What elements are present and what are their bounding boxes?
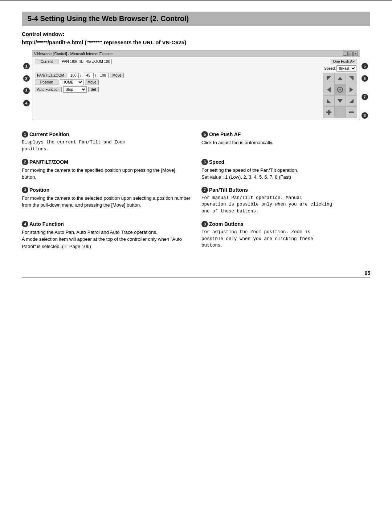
desc-5-title: One Push AF xyxy=(209,131,241,137)
url-label: http://*****/pantilt-e.html ("*****" rep… xyxy=(22,39,370,45)
zoom-empty-cell xyxy=(335,107,346,118)
pt-downright-button[interactable] xyxy=(346,96,357,106)
section-title: 5-4 Setting Using the Web Browser (2. Co… xyxy=(28,15,364,23)
svg-marker-7 xyxy=(327,99,331,103)
desc-4-title: Auto Function xyxy=(29,221,64,227)
svg-marker-3 xyxy=(327,87,331,92)
pt-upright-button[interactable] xyxy=(346,73,357,84)
current-value: PAN 180/ TILT 45/ ZOOM 100 xyxy=(60,59,112,64)
browser-title-text: V.Networks [Control] - Microsoft Interne… xyxy=(34,52,113,56)
label-7: 7 xyxy=(360,85,370,109)
svg-rect-12 xyxy=(349,111,354,113)
position-row: Position HOME Move xyxy=(35,79,321,85)
desc-5-body: Click to adjust focus automatically. xyxy=(201,139,370,146)
position-button[interactable]: Position xyxy=(35,80,58,85)
label-8: 8 xyxy=(360,110,370,121)
desc-8-title: Zoom Buttons xyxy=(209,221,244,227)
position-select[interactable]: HOME xyxy=(60,79,83,85)
zoom-wide-button[interactable] xyxy=(346,107,357,118)
svg-marker-6 xyxy=(350,87,353,92)
desc-3-body: For moving the camera to the selected po… xyxy=(22,195,191,209)
desc-6-body: For setting the speed of the Pan/Tilt op… xyxy=(201,167,370,181)
desc-8-body: For adjusting the Zoom position. Zoom is… xyxy=(201,229,370,249)
pt-down-button[interactable] xyxy=(335,96,346,106)
label-6: 6 xyxy=(360,73,370,84)
section-header: 5-4 Setting Using the Web Browser (2. Co… xyxy=(22,12,370,26)
desc-2-body: For moving the camera to the specified p… xyxy=(22,167,191,181)
desc-2-title: PAN/TILT/ZOOM xyxy=(29,159,68,165)
speed-select[interactable]: 8(Fast) 1(Low) 2 3 4 5 6 7 xyxy=(336,65,356,72)
speed-label: Speed: xyxy=(324,66,336,70)
desc-speed: 6 Speed For setting the speed of the Pan… xyxy=(201,159,370,181)
desc-1-title: Current Position xyxy=(29,131,69,137)
pt-upleft-button[interactable] xyxy=(323,73,334,84)
pantilt-zoom-grid xyxy=(323,73,357,118)
pantiltzoom-move-button[interactable]: Move xyxy=(110,73,124,78)
svg-rect-11 xyxy=(328,110,330,115)
speed-row: Speed: 8(Fast) 1(Low) 2 3 4 5 6 7 xyxy=(35,65,357,72)
browser-content: Current PAN 180/ TILT 45/ ZOOM 100 One P… xyxy=(32,57,360,120)
svg-point-5 xyxy=(339,89,341,90)
svg-marker-2 xyxy=(349,76,354,81)
pt-downleft-button[interactable] xyxy=(323,96,334,106)
pt-up-button[interactable] xyxy=(335,73,346,84)
autofunction-row: Auto Function Stop Set xyxy=(35,86,321,93)
page-number: 95 xyxy=(364,270,370,276)
pantiltzoom-row: PAN/TILT/ZOOM / / Move xyxy=(35,73,321,78)
svg-marker-9 xyxy=(349,99,354,103)
desc-autofunction: 4 Auto Function For starting the Auto Pa… xyxy=(22,221,191,250)
current-row: Current PAN 180/ TILT 45/ ZOOM 100 One P… xyxy=(35,59,357,64)
restore-button[interactable]: □ xyxy=(348,52,353,56)
close-button[interactable]: ✕ xyxy=(353,52,358,56)
autofunction-select[interactable]: Stop xyxy=(63,86,87,93)
descriptions-section: 1 Current Position Displays the current … xyxy=(22,131,370,256)
desc-position: 3 Position For moving the camera to the … xyxy=(22,187,191,215)
zoom-tele-button[interactable] xyxy=(323,107,334,118)
browser-window-buttons[interactable]: _ □ ✕ xyxy=(343,52,358,56)
position-move-button[interactable]: Move xyxy=(85,80,99,85)
desc-pantilt-buttons: 7 Pan/Tilt Buttons For manual Pan/Tilt o… xyxy=(201,187,370,215)
svg-marker-0 xyxy=(327,76,331,81)
desc-4-body: For starting the Auto Pan, Auto Patrol a… xyxy=(22,229,191,250)
browser-window: V.Networks [Control] - Microsoft Interne… xyxy=(32,50,360,120)
browser-titlebar: V.Networks [Control] - Microsoft Interne… xyxy=(32,51,360,57)
desc-pantiltzoom: 2 PAN/TILT/ZOOM For moving the camera to… xyxy=(22,159,191,181)
tilt-input[interactable] xyxy=(83,73,94,78)
desc-6-title: Speed xyxy=(209,159,224,165)
label-5: 5 xyxy=(360,61,370,72)
desc-7-body: For manual Pan/Tilt operation. Manualope… xyxy=(201,195,370,215)
desc-7-title: Pan/Tilt Buttons xyxy=(209,187,248,193)
desc-3-title: Position xyxy=(29,187,49,193)
autofunction-button[interactable]: Auto Function xyxy=(35,87,62,92)
label-2: 2 xyxy=(22,73,32,84)
control-window-label: Control window: xyxy=(22,31,370,37)
desc-one-push-af: 5 One Push AF Click to adjust focus auto… xyxy=(201,131,370,153)
svg-marker-1 xyxy=(338,77,343,80)
desc-current-position: 1 Current Position Displays the current … xyxy=(22,131,191,153)
pt-left-button[interactable] xyxy=(323,84,334,95)
bottom-area: 95 xyxy=(22,270,370,278)
desc-1-body: Displays the current Pan/Tilt and Zoompo… xyxy=(22,139,191,153)
desc-zoom-buttons: 8 Zoom Buttons For adjusting the Zoom po… xyxy=(201,221,370,250)
pt-right-button[interactable] xyxy=(346,84,357,95)
label-1: 1 xyxy=(22,61,32,72)
minimize-button[interactable]: _ xyxy=(343,52,348,56)
one-push-af-button[interactable]: One Push AF xyxy=(331,59,357,64)
zoom-input[interactable] xyxy=(98,73,109,78)
pt-center-button[interactable] xyxy=(335,84,346,95)
pantiltzoom-button[interactable]: PAN/TILT/ZOOM xyxy=(35,73,66,78)
svg-marker-8 xyxy=(338,99,343,103)
pan-input[interactable] xyxy=(68,73,79,78)
label-4: 4 xyxy=(22,98,32,109)
label-3: 3 xyxy=(22,85,32,96)
current-button[interactable]: Current xyxy=(35,59,58,64)
autofunction-set-button[interactable]: Set xyxy=(88,87,99,92)
